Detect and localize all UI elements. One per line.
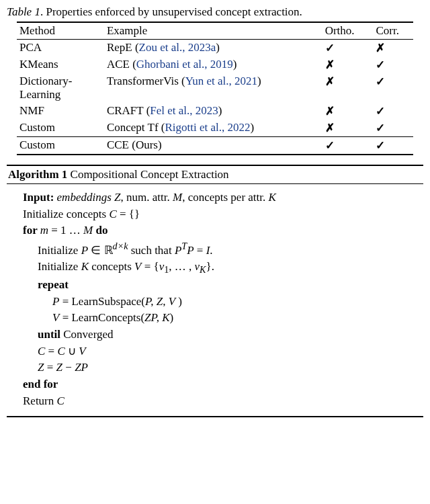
cell-corr: ✗ bbox=[373, 40, 413, 57]
algo-line: P = LearnSubspace(P, Z, V ) bbox=[23, 294, 419, 310]
cell-method: PCA bbox=[17, 40, 104, 57]
cell-ortho: ✗ bbox=[322, 73, 374, 103]
cell-example: CRAFT (Fel et al., 2023) bbox=[104, 103, 322, 120]
table-caption: Table 1. Properties enforced by unsuperv… bbox=[7, 5, 423, 19]
cell-corr: ✓ bbox=[373, 120, 413, 137]
citation-link[interactable]: Rigotti et al., 2022 bbox=[165, 121, 250, 134]
cell-ortho: ✗ bbox=[322, 120, 374, 137]
algo-line: V = LearnConcepts(ZP, K) bbox=[23, 310, 419, 327]
cell-example: CCE (Ours) bbox=[104, 137, 322, 155]
th-corr: Corr. bbox=[373, 22, 413, 40]
properties-table: Method Example Ortho. Corr. PCA RepE (Zo… bbox=[17, 22, 413, 155]
cell-ortho: ✗ bbox=[322, 103, 374, 120]
algorithm-title: Algorithm 1 Compositional Concept Extrac… bbox=[7, 166, 423, 184]
th-ortho: Ortho. bbox=[322, 22, 374, 40]
cell-example: ACE (Ghorbani et al., 2019) bbox=[104, 56, 322, 73]
algo-return: Return C bbox=[23, 393, 419, 410]
cell-ortho: ✓ bbox=[322, 137, 374, 155]
cell-corr: ✓ bbox=[373, 73, 413, 103]
algorithm-number: Algorithm 1 bbox=[8, 168, 67, 181]
algorithm-box: Algorithm 1 Compositional Concept Extrac… bbox=[7, 165, 423, 417]
citation-link[interactable]: Yun et al., 2021 bbox=[185, 75, 257, 87]
algo-input: Input: embeddings Z, num. attr. M, conce… bbox=[23, 190, 419, 206]
algorithm-name: Compositional Concept Extraction bbox=[67, 168, 228, 181]
table-row: NMF CRAFT (Fel et al., 2023) ✗ ✓ bbox=[17, 103, 413, 120]
table-row: PCA RepE (Zou et al., 2023a) ✓ ✗ bbox=[17, 40, 413, 57]
algo-until: until Converged bbox=[23, 327, 419, 343]
cell-method: Dictionary-Learning bbox=[17, 73, 104, 103]
table-row: Custom Concept Tf (Rigotti et al., 2022)… bbox=[17, 120, 413, 137]
cell-example: RepE (Zou et al., 2023a) bbox=[104, 40, 322, 57]
algo-repeat: repeat bbox=[23, 277, 419, 294]
algorithm-body: Input: embeddings Z, num. attr. M, conce… bbox=[7, 184, 423, 416]
algo-line: Initialize K concepts V = {v1, … , vK}. bbox=[23, 259, 419, 277]
table-caption-text: . Properties enforced by unsupervised co… bbox=[40, 5, 302, 18]
algo-line: Initialize P ∈ ℝd×k such that PTP = I. bbox=[23, 239, 419, 259]
citation-link[interactable]: Fel et al., 2023 bbox=[150, 104, 218, 117]
table-row: KMeans ACE (Ghorbani et al., 2019) ✗ ✓ bbox=[17, 56, 413, 73]
algo-line: C = C ∪ V bbox=[23, 343, 419, 360]
algo-endfor: end for bbox=[23, 376, 419, 393]
cell-corr: ✓ bbox=[373, 103, 413, 120]
th-method: Method bbox=[17, 22, 104, 40]
cell-ortho: ✓ bbox=[322, 40, 374, 57]
algo-line: Initialize concepts C = {} bbox=[23, 206, 419, 223]
cell-method: Custom bbox=[17, 137, 104, 155]
cell-corr: ✓ bbox=[373, 137, 413, 155]
th-example: Example bbox=[104, 22, 322, 40]
table-header-row: Method Example Ortho. Corr. bbox=[17, 22, 413, 40]
cell-method: Custom bbox=[17, 120, 104, 137]
citation-link[interactable]: Zou et al., 2023a bbox=[139, 41, 216, 54]
cell-method: KMeans bbox=[17, 56, 104, 73]
table-row: Dictionary-Learning TransformerVis (Yun … bbox=[17, 73, 413, 103]
cell-example: Concept Tf (Rigotti et al., 2022) bbox=[104, 120, 322, 137]
table-row-ours: Custom CCE (Ours) ✓ ✓ bbox=[17, 137, 413, 155]
cell-method: NMF bbox=[17, 103, 104, 120]
algo-for: for m = 1 … M do bbox=[23, 222, 419, 239]
citation-link[interactable]: Ghorbani et al., 2019 bbox=[136, 58, 233, 71]
algo-line: Z = Z − ZP bbox=[23, 360, 419, 376]
cell-corr: ✓ bbox=[373, 56, 413, 73]
cell-example: TransformerVis (Yun et al., 2021) bbox=[104, 73, 322, 103]
table-label: Table 1 bbox=[7, 5, 40, 18]
cell-ortho: ✗ bbox=[322, 56, 374, 73]
